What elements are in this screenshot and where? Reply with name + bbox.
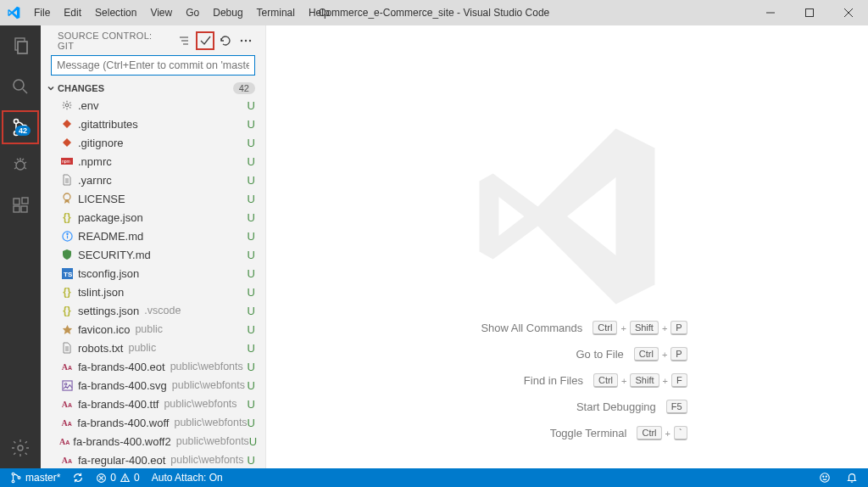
file-name: settings.json (78, 305, 139, 317)
change-row[interactable]: {} settings.json .vscode U (41, 301, 265, 320)
svg-marker-45 (62, 324, 71, 333)
change-row[interactable]: SECURITY.md U (41, 245, 265, 264)
change-row[interactable]: .yarnrc U (41, 171, 265, 189)
svg-rect-23 (22, 198, 28, 204)
key: P (670, 321, 687, 335)
file-status: U (248, 342, 255, 355)
activity-settings[interactable] (0, 428, 41, 468)
status-branch[interactable]: master* (7, 472, 64, 484)
shortcut-label: Go to File (488, 348, 624, 361)
view-changes-icon[interactable] (175, 31, 194, 50)
menu-selection[interactable]: Selection (88, 3, 143, 22)
menu-view[interactable]: View (143, 3, 179, 22)
svg-point-7 (14, 80, 24, 90)
commit-icon[interactable] (196, 31, 214, 50)
change-row[interactable]: AA fa-brands-400.woff public\webfonts U (41, 413, 265, 432)
change-row[interactable]: README.md U (41, 227, 265, 245)
changes-section-header[interactable]: CHANGES 42 (41, 81, 265, 96)
file-status: U (248, 305, 255, 317)
file-status: U (248, 193, 255, 205)
svg-point-62 (821, 473, 830, 483)
svg-point-63 (823, 476, 824, 477)
file-icon: AA (59, 437, 70, 446)
change-row[interactable]: .env U (41, 96, 265, 115)
minimize-button[interactable] (751, 0, 790, 25)
refresh-icon[interactable] (216, 31, 235, 50)
change-row[interactable]: LICENSE U (41, 189, 265, 208)
file-name: fa-brands-400.woff (77, 417, 169, 429)
file-status: U (248, 99, 255, 112)
file-path: public\webfonts (170, 361, 243, 372)
file-icon: npm (59, 158, 75, 165)
activity-extensions[interactable] (0, 185, 41, 226)
change-row[interactable]: AA fa-regular-400.eot public\webfonts U (41, 451, 265, 468)
status-notifications-icon[interactable] (843, 472, 861, 484)
file-name: .gitattributes (78, 118, 138, 131)
file-name: package.json (78, 211, 143, 224)
menu-edit[interactable]: Edit (57, 3, 88, 22)
file-path: public\webfonts (176, 435, 249, 447)
change-row[interactable]: TS tsconfig.json U (41, 264, 265, 283)
activity-explorer[interactable] (0, 25, 41, 66)
editor-area: Show All CommandsCtrl+Shift+PGo to FileC… (266, 25, 868, 468)
svg-line-18 (17, 159, 19, 160)
shortcut-label: Find in Files (448, 374, 583, 387)
change-row[interactable]: AA fa-brands-400.woff2 public\webfonts U (41, 432, 265, 451)
svg-point-31 (65, 104, 69, 107)
file-icon: AA (59, 362, 75, 372)
change-row[interactable]: .gitignore U (41, 133, 265, 152)
menu-file[interactable]: File (27, 3, 57, 22)
sidebar: SOURCE CONTROL: GIT CHANGES 42 .env U .g… (41, 25, 266, 468)
menu-bar: FileEditSelectionViewGoDebugTerminalHelp (27, 3, 337, 22)
svg-point-53 (12, 473, 14, 475)
file-name: tslint.json (78, 286, 124, 299)
status-auto-attach[interactable]: Auto Attach: On (148, 472, 226, 484)
svg-text:npm: npm (62, 159, 70, 164)
menu-terminal[interactable]: Terminal (250, 3, 302, 22)
change-row[interactable]: AA fa-brands-400.ttf public\webfonts U (41, 395, 265, 413)
status-auto-attach-label: Auto Attach: On (152, 472, 223, 484)
status-problems[interactable]: 0 0 (92, 472, 142, 484)
file-icon: {} (59, 305, 75, 316)
file-status: U (248, 454, 255, 467)
file-name: .npmrc (78, 155, 112, 168)
svg-rect-5 (18, 42, 27, 53)
menu-go[interactable]: Go (179, 3, 206, 22)
titlebar: FileEditSelectionViewGoDebugTerminalHelp… (0, 0, 868, 25)
file-status: U (248, 155, 255, 168)
shortcut-label: Show All Commands (447, 322, 582, 334)
change-row[interactable]: favicon.ico public U (41, 320, 265, 339)
shortcut-keys: Ctrl+Shift+P (593, 321, 687, 335)
activity-debug[interactable] (0, 144, 41, 185)
key: Ctrl (637, 426, 661, 440)
status-sync[interactable] (69, 472, 87, 484)
close-button[interactable] (829, 0, 868, 25)
file-icon (59, 99, 75, 111)
more-actions-icon[interactable] (236, 31, 255, 50)
change-row[interactable]: .gitattributes U (41, 115, 265, 133)
svg-point-29 (245, 39, 247, 41)
activity-search[interactable] (0, 66, 41, 107)
maximize-button[interactable] (790, 0, 829, 25)
welcome-shortcuts: Show All CommandsCtrl+Shift+PGo to FileC… (447, 321, 687, 440)
vscode-logo-icon (0, 6, 27, 20)
change-row[interactable]: fa-brands-400.svg public\webfonts U (41, 376, 265, 395)
file-status: U (248, 417, 255, 429)
change-row[interactable]: {} package.json U (41, 208, 265, 227)
file-status: U (248, 361, 255, 373)
change-row[interactable]: npm .npmrc U (41, 152, 265, 171)
shortcut-row: Toggle TerminalCtrl+` (447, 426, 687, 440)
change-row[interactable]: {} tslint.json U (41, 283, 265, 301)
activity-source-control[interactable]: 42 (2, 110, 39, 144)
changes-list: .env U .gitattributes U .gitignore U npm… (41, 96, 265, 468)
change-row[interactable]: robots.txt public U (41, 339, 265, 357)
svg-line-19 (22, 159, 24, 160)
commit-message-input[interactable] (51, 55, 255, 76)
menu-debug[interactable]: Debug (206, 3, 249, 22)
status-feedback-icon[interactable] (815, 472, 834, 484)
file-path: public (135, 323, 163, 335)
change-row[interactable]: AA fa-brands-400.eot public\webfonts U (41, 357, 265, 376)
status-bar: master* 0 0 Auto Attach: On (0, 468, 868, 487)
file-name: fa-regular-400.eot (78, 454, 165, 467)
shortcut-row: Show All CommandsCtrl+Shift+P (447, 321, 687, 335)
